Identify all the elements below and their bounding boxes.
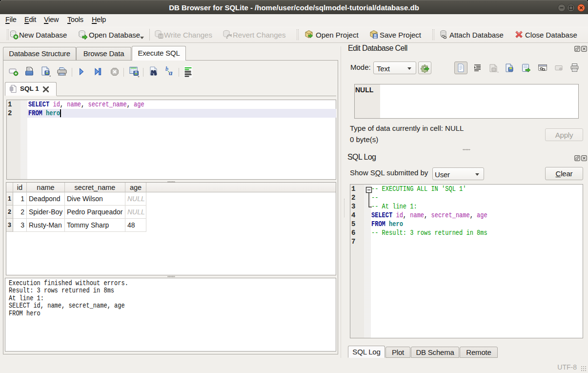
- svg-text:b: b: [165, 66, 168, 72]
- svg-text:a: a: [169, 69, 173, 77]
